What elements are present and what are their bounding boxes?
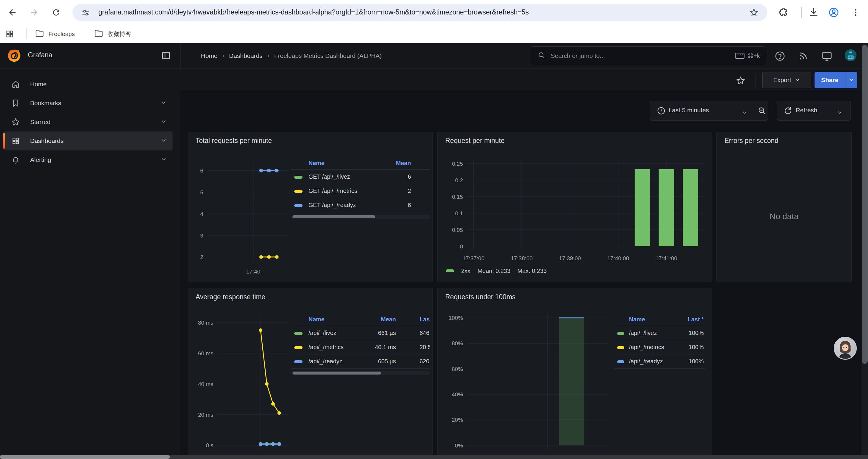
legend-header-last[interactable]: Las — [420, 316, 430, 323]
search-box[interactable]: ⌘+k — [531, 46, 766, 65]
forward-button[interactable] — [26, 4, 42, 21]
legend-table: Name Last * /api/_/livez 100% /api/_/met… — [615, 314, 705, 370]
chevron-down-icon[interactable] — [161, 119, 167, 125]
reload-button[interactable] — [48, 4, 64, 21]
series-swatch — [617, 332, 624, 335]
legend-row[interactable]: /api/_/metrics 40.1 ms 20.5 r — [291, 340, 430, 355]
breadcrumb-dashboards[interactable]: Dashboards — [229, 52, 262, 59]
sidebar-item-alerting[interactable]: Alerting — [3, 150, 173, 169]
panel-title[interactable]: Average response time — [195, 293, 265, 301]
apps-grid-icon[interactable] — [5, 28, 14, 40]
series-name: /api/_/metrics — [629, 344, 664, 351]
bookmark-folder-freeleaps[interactable]: Freeleaps — [35, 28, 75, 40]
series-last: 100% — [689, 330, 704, 336]
sidebar-item-starred[interactable]: Starred — [3, 112, 173, 131]
svg-text:80 ms: 80 ms — [198, 320, 213, 326]
bookmark-star-icon[interactable] — [749, 8, 758, 18]
breadcrumb-home[interactable]: Home — [201, 52, 217, 59]
breadcrumb: Home › Dashboards › Freeleaps Metrics Da… — [201, 43, 382, 69]
bell-icon — [11, 155, 20, 164]
sidebar-item-dashboards[interactable]: Dashboards — [3, 131, 173, 150]
series-last: 620 — [420, 358, 429, 365]
panel-title[interactable]: Request per minute — [445, 137, 505, 145]
url-bar[interactable]: grafana.mathmast.com/d/deytv4rwavabkb/fr… — [72, 4, 767, 21]
favorite-star-icon[interactable] — [734, 74, 747, 87]
help-icon[interactable] — [774, 50, 786, 62]
legend-row[interactable]: GET /api/_/readyz 6 — [291, 198, 430, 212]
sidebar-toggle-icon[interactable] — [161, 51, 171, 62]
legend-header-name[interactable]: Name — [308, 160, 324, 167]
user-avatar[interactable] — [844, 49, 857, 61]
sidebar-item-bookmarks[interactable]: Bookmarks — [3, 94, 173, 112]
share-dropdown-button[interactable] — [845, 72, 857, 88]
legend-scrollbar[interactable] — [291, 215, 430, 219]
profile-icon[interactable] — [827, 5, 841, 20]
site-settings-icon[interactable] — [81, 8, 90, 18]
panel-title[interactable]: Requests under 100ms — [445, 293, 516, 301]
horizontal-scrollbar-track[interactable] — [0, 455, 868, 459]
monitor-icon[interactable] — [821, 50, 833, 62]
panel-requests-under-100ms: Requests under 100ms 100%80%60%40%20%0%1… — [437, 288, 712, 455]
horizontal-scrollbar-thumb[interactable] — [0, 455, 170, 459]
share-button[interactable]: Share — [814, 72, 845, 88]
bookmark-label: Freeleaps — [49, 31, 75, 37]
assistant-avatar[interactable] — [834, 337, 857, 360]
legend-row[interactable]: /api/_/metrics 100% — [615, 340, 705, 355]
series-name[interactable]: 2xx — [461, 268, 470, 274]
legend-header-mean[interactable]: Mean — [396, 160, 411, 167]
vertical-scrollbar-thumb[interactable] — [862, 45, 868, 364]
legend-row[interactable]: GET /api/_/livez 6 — [291, 170, 430, 184]
legend-row[interactable]: /api/_/readyz 100% — [615, 355, 705, 369]
svg-text:17:39:00: 17:39:00 — [559, 255, 581, 261]
dashboards-grid-icon — [11, 136, 20, 145]
legend-row[interactable]: GET /api/_/metrics 2 — [291, 184, 430, 198]
legend-header-mean[interactable]: Mean — [377, 316, 396, 323]
series-name: GET /api/_/metrics — [308, 188, 357, 194]
chevron-down-icon[interactable] — [161, 138, 167, 143]
legend-scrollbar[interactable] — [291, 371, 430, 375]
legend-header-name[interactable]: Name — [308, 316, 324, 323]
bookmark-folder-blogs[interactable]: 收藏博客 — [94, 28, 131, 40]
timeseries-chart[interactable]: 100%80%60%40%20%0%17:40 — [438, 288, 712, 455]
chevron-down-icon[interactable] — [161, 100, 167, 106]
grafana-logo[interactable] — [7, 49, 21, 64]
refresh-divider — [832, 101, 832, 121]
svg-text:17:40:00: 17:40:00 — [607, 255, 629, 261]
series-name: /api/_/livez — [629, 330, 657, 336]
back-button[interactable] — [4, 4, 21, 21]
news-rss-icon[interactable] — [797, 50, 809, 62]
zoom-out-icon[interactable] — [756, 106, 768, 116]
export-button[interactable]: Export — [762, 72, 811, 88]
chevron-down-icon[interactable] — [161, 157, 167, 162]
search-input[interactable] — [550, 52, 735, 60]
legend-header-name[interactable]: Name — [629, 316, 645, 323]
legend-row[interactable]: /api/_/livez 661 µs 646 — [291, 326, 430, 340]
keyboard-icon — [735, 52, 745, 59]
browser-menu-icon[interactable] — [848, 5, 863, 20]
active-indicator — [3, 133, 5, 149]
brand-name[interactable]: Grafana — [28, 51, 52, 59]
svg-text:20%: 20% — [452, 417, 463, 423]
panel-title[interactable]: Errors per second — [724, 137, 778, 145]
panel-title[interactable]: Total requests per minute — [195, 137, 272, 145]
legend-row[interactable]: /api/_/livez 100% — [615, 326, 705, 340]
refresh-interval-dropdown[interactable] — [837, 109, 842, 116]
svg-text:0: 0 — [460, 243, 463, 250]
time-range-picker[interactable]: Last 5 minutes — [650, 101, 768, 121]
series-swatch — [294, 332, 303, 335]
legend-row[interactable]: /api/_/readyz 605 µs 620 — [291, 355, 430, 369]
extensions-icon[interactable] — [776, 5, 790, 20]
bar-chart[interactable]: 0.250.20.150.10.05017:37:0017:38:0017:39… — [438, 132, 712, 283]
series-swatch — [617, 360, 624, 363]
sidebar-item-home[interactable]: Home — [3, 75, 173, 94]
refresh-control[interactable]: Refresh — [777, 101, 851, 121]
series-mean: Mean: 0.233 — [477, 268, 510, 274]
svg-text:0.2: 0.2 — [455, 177, 463, 184]
star-icon — [11, 118, 20, 126]
series-swatch — [294, 204, 303, 207]
url-text[interactable]: grafana.mathmast.com/d/deytv4rwavabkb/fr… — [98, 8, 742, 16]
series-swatch — [446, 269, 454, 272]
downloads-icon[interactable] — [807, 5, 821, 20]
folder-icon — [94, 29, 103, 40]
legend-header-last[interactable]: Last * — [688, 316, 704, 323]
